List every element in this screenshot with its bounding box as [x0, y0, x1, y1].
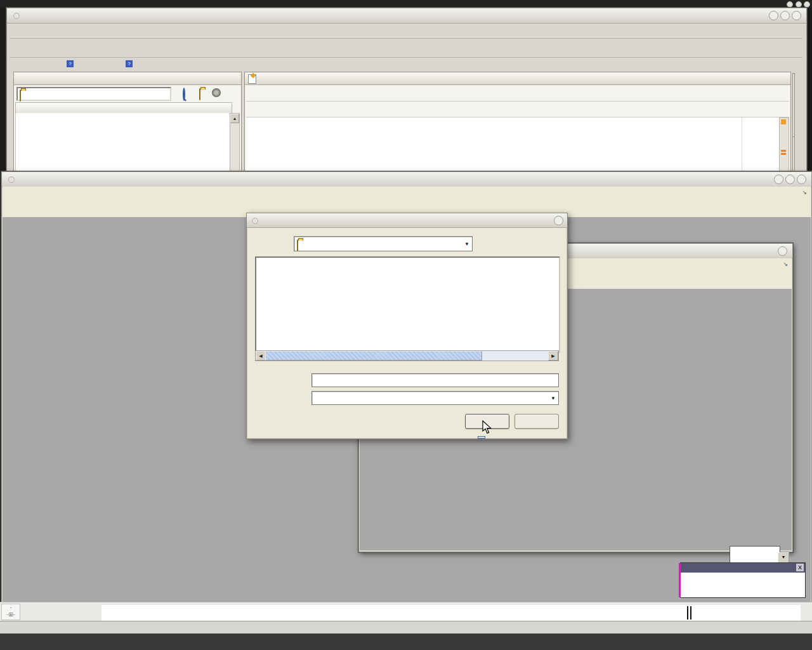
hscroll-thumb[interactable] — [265, 351, 482, 361]
bg-window-button — [804, 1, 810, 8]
current-folder-addressbar — [15, 86, 239, 101]
writer-ruler-corner: --⊞- — [1, 604, 20, 620]
editor-cell-toolbar — [246, 102, 789, 117]
search-icon[interactable] — [183, 88, 185, 101]
whats-new-icon: ? — [126, 60, 133, 67]
editor-toolbar — [246, 86, 789, 102]
close-icon[interactable] — [792, 11, 801, 20]
gene-list-dropdown-icon[interactable]: ▼ — [778, 552, 789, 563]
matlab-window: ? ? — [6, 8, 807, 173]
gene-listbox[interactable] — [730, 546, 780, 564]
minimize-icon[interactable] — [774, 175, 783, 184]
dialog-nav-icons — [479, 236, 565, 251]
editor-marker-line — [781, 153, 786, 155]
writer-page[interactable] — [102, 605, 801, 621]
save-tooltip — [478, 436, 485, 439]
matlab-toolbar — [10, 38, 802, 58]
editor-column-guide — [742, 117, 742, 171]
folder-list-hscrollbar[interactable]: ◀ ▶ — [255, 350, 559, 361]
dialog-window-icon — [252, 218, 258, 224]
files-of-type-combo[interactable]: ▼ — [311, 391, 559, 405]
close-icon[interactable] — [797, 175, 806, 184]
bg-window-button — [787, 1, 793, 8]
matlab-titlebar[interactable] — [7, 8, 806, 23]
editor-code-area[interactable] — [246, 117, 780, 171]
file-list-scrollbar[interactable]: ▲ — [230, 113, 240, 173]
matlab-shortcuts-bar: ? ? — [10, 58, 802, 71]
ezview-menubar: ↘ — [3, 187, 811, 201]
combo-dropdown-icon[interactable]: ▼ — [464, 241, 469, 247]
close-icon[interactable]: X — [796, 564, 804, 571]
current-folder-header[interactable] — [14, 72, 241, 85]
editor-scrollbar[interactable] — [779, 117, 789, 173]
minimize-icon[interactable] — [769, 11, 778, 20]
up-one-level-icon[interactable] — [199, 88, 200, 100]
scroll-up-icon[interactable]: ▲ — [230, 114, 239, 123]
combo-dropdown-icon[interactable]: ▼ — [551, 395, 556, 401]
file-name-input[interactable] — [311, 373, 559, 387]
editor-marker — [781, 119, 786, 124]
scroll-left-icon[interactable]: ◀ — [256, 351, 266, 361]
address-combo[interactable] — [16, 87, 171, 101]
close-icon[interactable] — [554, 216, 563, 225]
image-window: X — [680, 562, 806, 598]
current-folder-panel: ▲ — [13, 72, 242, 173]
save-dialog: ▼ ◀ ▶ ▼ — [246, 213, 568, 439]
editor-header[interactable] — [245, 72, 790, 85]
ezview-window-icon — [8, 176, 15, 183]
writer-statusbar — [0, 621, 812, 634]
folder-icon — [297, 239, 298, 251]
writer-document-strip: --⊞- — [0, 602, 812, 621]
maximize-icon[interactable] — [780, 11, 790, 20]
maximize-icon[interactable] — [785, 175, 795, 184]
dialog-titlebar[interactable] — [247, 213, 567, 228]
change-bar — [690, 606, 691, 620]
actions-gear-icon[interactable] — [212, 88, 221, 97]
bg-window-button — [796, 1, 802, 8]
folder-list[interactable] — [255, 256, 560, 353]
editor-marker-line — [781, 150, 786, 152]
image-window-titlebar[interactable]: X — [681, 563, 805, 573]
ezview-titlebar[interactable] — [2, 172, 811, 187]
change-bar — [687, 606, 688, 620]
scroll-right-icon[interactable]: ▶ — [548, 351, 558, 361]
desktop-top-strip — [0, 0, 812, 8]
editor-panel — [244, 72, 791, 173]
mouse-cursor — [481, 420, 494, 435]
close-icon[interactable] — [778, 246, 787, 256]
menu-overflow-icon[interactable]: ↘ — [802, 189, 807, 196]
matlab-window-icon — [13, 13, 20, 19]
save-in-combo[interactable]: ▼ — [294, 236, 473, 251]
how-to-add-icon: ? — [67, 60, 74, 67]
folder-icon — [20, 90, 21, 102]
cancel-button[interactable] — [514, 414, 559, 429]
taskbar — [0, 633, 812, 650]
menu-overflow-icon[interactable]: ↘ — [783, 261, 788, 267]
file-list — [15, 113, 232, 172]
tab-command-history[interactable] — [792, 73, 795, 140]
